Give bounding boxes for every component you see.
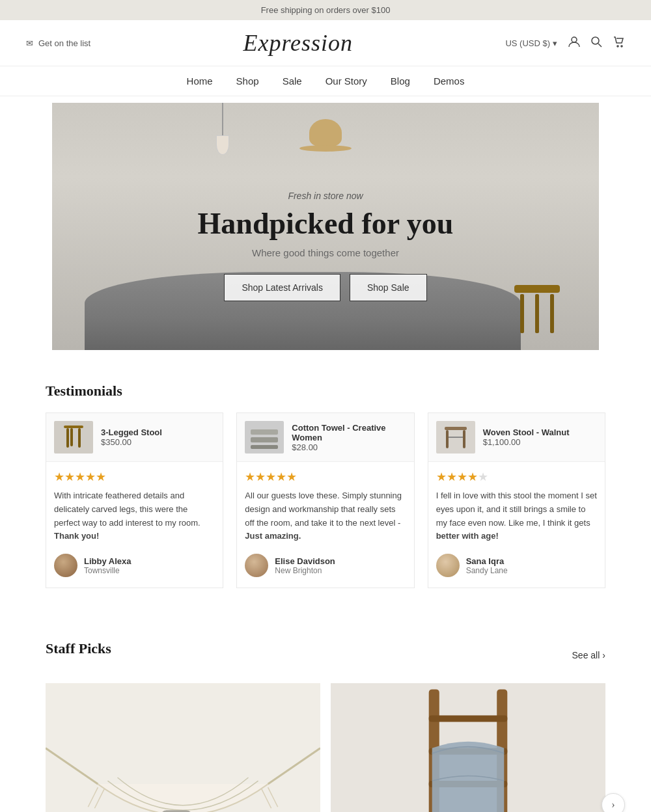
testimonials-grid: 3-Legged Stool $350.00 ★★★★★ With intric… xyxy=(46,413,605,588)
reviewer-avatar xyxy=(54,554,77,577)
testimonial-product-info: 3-Legged Stool $350.00 xyxy=(46,413,223,462)
svg-line-2 xyxy=(598,44,602,47)
product-details: Woven Stool - Walnut $1,100.00 xyxy=(483,427,597,447)
svg-rect-9 xyxy=(251,429,278,435)
reviewer-info: Sana Iqra Sandy Lane xyxy=(428,551,605,577)
chevron-down-icon: ▾ xyxy=(553,38,557,48)
product-card: Selvedge Linens - Karin Carlander From $… xyxy=(331,683,605,812)
currency-selector[interactable]: US (USD $) ▾ xyxy=(505,38,557,48)
rating-stars: ★★★★★ xyxy=(237,462,413,489)
hero-section: Fresh in store now Handpicked for you Wh… xyxy=(52,103,599,350)
reviewer-name: Sana Iqra xyxy=(466,556,508,566)
search-icon[interactable] xyxy=(590,35,603,51)
product-name: Woven Stool - Walnut xyxy=(483,427,597,437)
mail-icon: ✉ xyxy=(26,38,33,48)
review-text: All our guests love these. Simply stunni… xyxy=(237,489,413,551)
testimonials-title: Testimonials xyxy=(46,383,605,399)
product-image xyxy=(331,683,605,812)
reviewer-name: Elise Davidson xyxy=(275,556,335,566)
site-logo[interactable]: Expression xyxy=(243,29,353,57)
product-price: $350.00 xyxy=(101,437,215,447)
rating-stars: ★★★★★ xyxy=(428,462,605,489)
product-image: Save $20.00 xyxy=(46,683,320,812)
svg-point-1 xyxy=(592,37,599,44)
site-header: ✉ Get on the list Expression US (USD $) … xyxy=(0,20,651,66)
newsletter-label: Get on the list xyxy=(38,38,90,48)
nav-home[interactable]: Home xyxy=(187,75,213,87)
svg-rect-14 xyxy=(463,430,465,448)
svg-rect-13 xyxy=(446,430,449,448)
hero-stool-decoration xyxy=(514,285,560,337)
announcement-bar: Free shipping on orders over $100 xyxy=(0,0,651,20)
testimonials-section: Testimonials 3-Legged Stool $350.00 xyxy=(0,357,651,614)
product-details: Cotton Towel - Creative Women $28.00 xyxy=(292,423,406,452)
see-all-link[interactable]: See all › xyxy=(572,650,605,660)
svg-rect-8 xyxy=(70,428,73,446)
nav-shop[interactable]: Shop xyxy=(236,75,259,87)
svg-point-0 xyxy=(572,37,577,42)
hero-content: Fresh in store now Handpicked for you Wh… xyxy=(198,191,454,301)
svg-rect-29 xyxy=(429,716,508,722)
product-name: 3-Legged Stool xyxy=(101,427,215,437)
svg-rect-11 xyxy=(251,445,278,449)
product-price: $1,100.00 xyxy=(483,437,597,447)
header-icons xyxy=(568,35,625,51)
product-price: $28.00 xyxy=(292,442,406,452)
svg-rect-7 xyxy=(78,428,81,448)
cart-icon[interactable] xyxy=(612,35,625,51)
testimonial-product-info: Woven Stool - Walnut $1,100.00 xyxy=(428,413,605,462)
shop-sale-button[interactable]: Shop Sale xyxy=(350,274,427,301)
newsletter-signup[interactable]: ✉ Get on the list xyxy=(26,38,90,48)
product-card: Save $20.00 Woven Cotton Hammock $100.00… xyxy=(46,683,320,812)
svg-rect-6 xyxy=(66,428,69,448)
hero-title: Handpicked for you xyxy=(198,206,454,241)
reviewer-avatar xyxy=(436,554,460,577)
chevron-right-icon: › xyxy=(602,650,605,660)
reviewer-name: Libby Alexa xyxy=(84,556,131,566)
svg-point-3 xyxy=(617,46,618,47)
review-text: I fell in love with this stool the momen… xyxy=(428,489,605,551)
shop-arrivals-button[interactable]: Shop Latest Arrivals xyxy=(224,274,340,301)
svg-rect-5 xyxy=(64,426,83,428)
testimonial-card: Cotton Towel - Creative Women $28.00 ★★★… xyxy=(236,413,414,588)
hero-subtitle: Fresh in store now xyxy=(198,191,454,201)
staff-picks-title: Staff Picks xyxy=(46,640,111,657)
main-navigation: Home Shop Sale Our Story Blog Demos xyxy=(0,66,651,96)
svg-point-4 xyxy=(621,46,622,47)
reviewer-info: Libby Alexa Townsville xyxy=(46,551,223,577)
product-thumbnail xyxy=(245,421,284,453)
reviewer-location: Sandy Lane xyxy=(466,566,508,575)
nav-our-story[interactable]: Our Story xyxy=(326,75,367,87)
product-name: Cotton Towel - Creative Women xyxy=(292,423,406,442)
product-thumbnail xyxy=(54,421,93,453)
review-text: With intricate feathered details and del… xyxy=(46,489,223,551)
product-thumbnail xyxy=(436,421,475,453)
testimonial-card: Woven Stool - Walnut $1,100.00 ★★★★★ I f… xyxy=(428,413,605,588)
nav-blog[interactable]: Blog xyxy=(391,75,410,87)
carousel-next-button[interactable]: › xyxy=(602,793,625,812)
staff-picks-section: Staff Picks See all › xyxy=(0,614,651,812)
staff-picks-header: Staff Picks See all › xyxy=(46,640,605,670)
hero-description: Where good things come together xyxy=(198,247,454,258)
announcement-text: Free shipping on orders over $100 xyxy=(261,5,391,15)
reviewer-info: Elise Davidson New Brighton xyxy=(237,551,413,577)
testimonial-product-info: Cotton Towel - Creative Women $28.00 xyxy=(237,413,413,462)
hero-buttons: Shop Latest Arrivals Shop Sale xyxy=(198,274,454,301)
reviewer-avatar xyxy=(245,554,268,577)
svg-rect-10 xyxy=(251,437,278,442)
reviewer-location: Townsville xyxy=(84,566,131,575)
rating-stars: ★★★★★ xyxy=(46,462,223,489)
nav-demos[interactable]: Demos xyxy=(434,75,465,87)
testimonial-card: 3-Legged Stool $350.00 ★★★★★ With intric… xyxy=(46,413,223,588)
reviewer-location: New Brighton xyxy=(275,566,335,575)
account-icon[interactable] xyxy=(568,35,581,51)
hero-hat-decoration xyxy=(299,116,352,152)
hero-lamp-decoration xyxy=(216,103,229,155)
nav-sale[interactable]: Sale xyxy=(283,75,302,87)
product-details: 3-Legged Stool $350.00 xyxy=(101,427,215,447)
staff-picks-grid: Save $20.00 Woven Cotton Hammock $100.00… xyxy=(46,683,605,812)
header-utilities: US (USD $) ▾ xyxy=(505,35,625,51)
svg-rect-12 xyxy=(445,427,467,430)
